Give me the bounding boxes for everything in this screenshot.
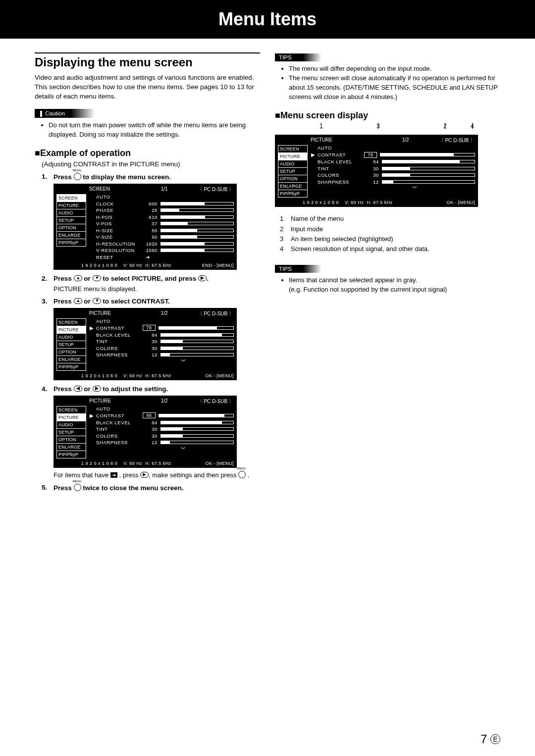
tips-label-1: TIPS <box>275 53 321 61</box>
section-heading: Displaying the menu screen <box>35 52 260 69</box>
menu-button-icon <box>74 173 81 180</box>
osd-annotated: PICTURE1/2〈 PC D-SUB 〉 SCREENPICTUREAUDI… <box>275 135 478 207</box>
callout-legend: 1Name of the menu2Input mode3An item bei… <box>280 214 500 254</box>
osd-picture-adjusted: PICTURE1/2〈 PC D-SUB 〉 SCREENPICTUREAUDI… <box>54 396 237 468</box>
right-button-icon <box>198 275 207 281</box>
example-sub: (Adjusting CONTRAST in the PICTURE menu) <box>42 160 260 168</box>
callout-numbers: 1 3 2 4 <box>275 123 500 132</box>
menu-screen-heading: ■Menu screen display <box>275 110 500 121</box>
intro-text: Video and audio adjustment and settings … <box>35 73 260 101</box>
step-3: 3. Press or to select CONTRAST. <box>42 298 260 305</box>
tips-label-2: TIPS <box>275 265 321 273</box>
step-1: 1. Press to display the menu screen. <box>42 173 260 181</box>
up-button-icon <box>74 275 82 281</box>
example-heading: ■Example of operation <box>35 148 260 158</box>
right-column: TIPS The menu will differ depending on t… <box>275 52 500 495</box>
osd-screen-menu: SCREEN1/1〈 PC D-SUB 〉 SCREENPICTUREAUDIO… <box>54 184 237 270</box>
left-button-icon <box>74 386 82 392</box>
chapter-title: Menu Items <box>0 0 535 39</box>
step-4-note: For items that have ➔ , press , make set… <box>54 471 260 479</box>
tips-list-1: The menu will differ depending on the in… <box>289 64 500 101</box>
right-button-icon <box>93 386 101 392</box>
caution-label: ❚ Caution <box>35 109 95 118</box>
step-4: 4. Press or to adjust the setting. <box>42 385 260 393</box>
tips-list-2: Items that cannot be selected appear in … <box>289 276 500 295</box>
menu-button-icon <box>238 471 246 478</box>
menu-button-icon <box>74 484 81 491</box>
osd-picture-menu: PICTURE1/2〈 PC D-SUB 〉 SCREENPICTUREAUDI… <box>54 308 237 380</box>
down-button-icon <box>93 298 101 304</box>
down-button-icon <box>93 275 101 281</box>
arrow-icon: ➔ <box>110 472 117 478</box>
step-5: 5. Press twice to close the menu screen. <box>42 484 260 492</box>
left-column: Displaying the menu screen Video and aud… <box>35 52 260 495</box>
step-2: 2. Press or to select PICTURE, and press… <box>42 275 260 282</box>
caution-list: Do not turn the main power switch off wh… <box>49 121 260 140</box>
up-button-icon <box>74 298 82 304</box>
right-button-icon <box>140 472 149 478</box>
step-2-note: PICTURE menu is displayed. <box>54 285 260 293</box>
